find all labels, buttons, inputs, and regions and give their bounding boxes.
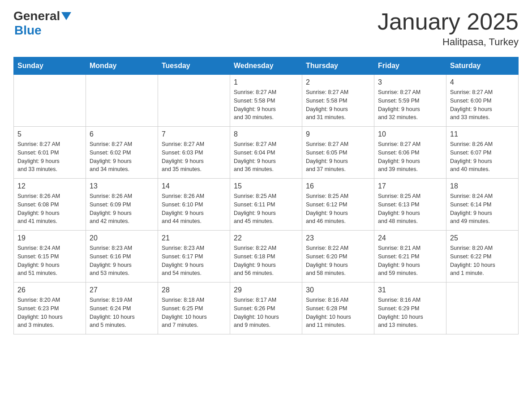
calendar-cell: 10Sunrise: 8:27 AMSunset: 6:06 PMDayligh… <box>374 127 446 179</box>
day-info: Sunrise: 8:20 AMSunset: 6:22 PMDaylight:… <box>450 244 515 278</box>
day-number: 4 <box>450 78 515 86</box>
calendar-week-row: 26Sunrise: 8:20 AMSunset: 6:23 PMDayligh… <box>14 283 519 334</box>
day-info: Sunrise: 8:27 AMSunset: 6:05 PMDaylight:… <box>306 140 370 174</box>
calendar-cell: 20Sunrise: 8:23 AMSunset: 6:16 PMDayligh… <box>86 231 158 283</box>
day-info: Sunrise: 8:24 AMSunset: 6:14 PMDaylight:… <box>450 192 515 226</box>
day-info: Sunrise: 8:27 AMSunset: 6:01 PMDaylight:… <box>17 140 82 174</box>
calendar-cell: 24Sunrise: 8:21 AMSunset: 6:21 PMDayligh… <box>374 231 446 283</box>
day-info: Sunrise: 8:23 AMSunset: 6:17 PMDaylight:… <box>162 244 226 278</box>
day-number: 18 <box>450 182 515 190</box>
day-info: Sunrise: 8:26 AMSunset: 6:10 PMDaylight:… <box>162 192 226 226</box>
calendar-cell: 13Sunrise: 8:26 AMSunset: 6:09 PMDayligh… <box>86 179 158 231</box>
day-number: 23 <box>306 234 370 242</box>
logo-general-text: General <box>13 9 60 23</box>
calendar-cell: 12Sunrise: 8:26 AMSunset: 6:08 PMDayligh… <box>14 179 86 231</box>
calendar-header-thursday: Thursday <box>302 57 374 75</box>
calendar-week-row: 12Sunrise: 8:26 AMSunset: 6:08 PMDayligh… <box>14 179 519 231</box>
calendar-cell <box>14 75 86 127</box>
calendar-cell: 21Sunrise: 8:23 AMSunset: 6:17 PMDayligh… <box>158 231 230 283</box>
day-info: Sunrise: 8:26 AMSunset: 6:08 PMDaylight:… <box>17 192 82 226</box>
day-info: Sunrise: 8:22 AMSunset: 6:18 PMDaylight:… <box>234 244 298 278</box>
logo-triangle-icon <box>61 12 71 22</box>
day-info: Sunrise: 8:26 AMSunset: 6:07 PMDaylight:… <box>450 140 515 174</box>
calendar-header-sunday: Sunday <box>14 57 86 75</box>
day-info: Sunrise: 8:20 AMSunset: 6:23 PMDaylight:… <box>17 296 82 330</box>
day-info: Sunrise: 8:25 AMSunset: 6:12 PMDaylight:… <box>306 192 370 226</box>
day-number: 14 <box>162 182 226 190</box>
calendar-subtitle: Halitpasa, Turkey <box>378 36 519 48</box>
calendar-cell: 22Sunrise: 8:22 AMSunset: 6:18 PMDayligh… <box>230 231 302 283</box>
day-number: 15 <box>234 182 298 190</box>
day-number: 22 <box>234 234 298 242</box>
calendar-week-row: 19Sunrise: 8:24 AMSunset: 6:15 PMDayligh… <box>14 231 519 283</box>
logo: General Blue <box>13 9 71 38</box>
day-info: Sunrise: 8:25 AMSunset: 6:13 PMDaylight:… <box>378 192 442 226</box>
day-number: 27 <box>90 286 154 294</box>
day-number: 1 <box>234 78 298 86</box>
calendar-cell: 14Sunrise: 8:26 AMSunset: 6:10 PMDayligh… <box>158 179 230 231</box>
calendar-cell: 19Sunrise: 8:24 AMSunset: 6:15 PMDayligh… <box>14 231 86 283</box>
calendar-cell <box>86 75 158 127</box>
day-info: Sunrise: 8:27 AMSunset: 6:02 PMDaylight:… <box>90 140 154 174</box>
calendar-cell: 7Sunrise: 8:27 AMSunset: 6:03 PMDaylight… <box>158 127 230 179</box>
day-info: Sunrise: 8:27 AMSunset: 5:59 PMDaylight:… <box>378 88 442 122</box>
day-info: Sunrise: 8:18 AMSunset: 6:25 PMDaylight:… <box>162 296 226 330</box>
calendar-cell: 28Sunrise: 8:18 AMSunset: 6:25 PMDayligh… <box>158 283 230 334</box>
day-number: 29 <box>234 286 298 294</box>
calendar-cell <box>158 75 230 127</box>
calendar-cell: 23Sunrise: 8:22 AMSunset: 6:20 PMDayligh… <box>302 231 374 283</box>
calendar-cell <box>446 283 519 334</box>
day-info: Sunrise: 8:27 AMSunset: 6:03 PMDaylight:… <box>162 140 226 174</box>
day-number: 28 <box>162 286 226 294</box>
day-number: 10 <box>378 130 442 138</box>
day-info: Sunrise: 8:26 AMSunset: 6:09 PMDaylight:… <box>90 192 154 226</box>
calendar-header-wednesday: Wednesday <box>230 57 302 75</box>
calendar-cell: 16Sunrise: 8:25 AMSunset: 6:12 PMDayligh… <box>302 179 374 231</box>
calendar-cell: 2Sunrise: 8:27 AMSunset: 5:58 PMDaylight… <box>302 75 374 127</box>
header: General Blue January 2025 Halitpasa, Tur… <box>13 9 519 48</box>
day-number: 21 <box>162 234 226 242</box>
day-info: Sunrise: 8:16 AMSunset: 6:29 PMDaylight:… <box>378 296 442 330</box>
calendar-cell: 26Sunrise: 8:20 AMSunset: 6:23 PMDayligh… <box>14 283 86 334</box>
day-number: 5 <box>17 130 82 138</box>
day-info: Sunrise: 8:21 AMSunset: 6:21 PMDaylight:… <box>378 244 442 278</box>
day-number: 13 <box>90 182 154 190</box>
calendar-cell: 17Sunrise: 8:25 AMSunset: 6:13 PMDayligh… <box>374 179 446 231</box>
calendar-title: January 2025 <box>378 9 519 34</box>
calendar-week-row: 5Sunrise: 8:27 AMSunset: 6:01 PMDaylight… <box>14 127 519 179</box>
calendar-header-saturday: Saturday <box>446 57 519 75</box>
calendar-cell: 29Sunrise: 8:17 AMSunset: 6:26 PMDayligh… <box>230 283 302 334</box>
day-number: 26 <box>17 286 82 294</box>
day-number: 6 <box>90 130 154 138</box>
calendar-cell: 9Sunrise: 8:27 AMSunset: 6:05 PMDaylight… <box>302 127 374 179</box>
calendar-cell: 25Sunrise: 8:20 AMSunset: 6:22 PMDayligh… <box>446 231 519 283</box>
day-number: 24 <box>378 234 442 242</box>
calendar-header-tuesday: Tuesday <box>158 57 230 75</box>
day-number: 11 <box>450 130 515 138</box>
calendar-cell: 3Sunrise: 8:27 AMSunset: 5:59 PMDaylight… <box>374 75 446 127</box>
day-number: 9 <box>306 130 370 138</box>
day-number: 2 <box>306 78 370 86</box>
calendar-cell: 8Sunrise: 8:27 AMSunset: 6:04 PMDaylight… <box>230 127 302 179</box>
day-number: 17 <box>378 182 442 190</box>
calendar-cell: 27Sunrise: 8:19 AMSunset: 6:24 PMDayligh… <box>86 283 158 334</box>
calendar-cell: 1Sunrise: 8:27 AMSunset: 5:58 PMDaylight… <box>230 75 302 127</box>
calendar-cell: 11Sunrise: 8:26 AMSunset: 6:07 PMDayligh… <box>446 127 519 179</box>
day-info: Sunrise: 8:23 AMSunset: 6:16 PMDaylight:… <box>90 244 154 278</box>
day-info: Sunrise: 8:27 AMSunset: 6:04 PMDaylight:… <box>234 140 298 174</box>
calendar-table: SundayMondayTuesdayWednesdayThursdayFrid… <box>13 57 519 334</box>
svg-marker-0 <box>61 12 71 20</box>
day-number: 25 <box>450 234 515 242</box>
day-number: 31 <box>378 286 442 294</box>
calendar-cell: 18Sunrise: 8:24 AMSunset: 6:14 PMDayligh… <box>446 179 519 231</box>
day-info: Sunrise: 8:22 AMSunset: 6:20 PMDaylight:… <box>306 244 370 278</box>
calendar-cell: 15Sunrise: 8:25 AMSunset: 6:11 PMDayligh… <box>230 179 302 231</box>
day-number: 12 <box>17 182 82 190</box>
day-info: Sunrise: 8:24 AMSunset: 6:15 PMDaylight:… <box>17 244 82 278</box>
calendar-header-friday: Friday <box>374 57 446 75</box>
day-info: Sunrise: 8:17 AMSunset: 6:26 PMDaylight:… <box>234 296 298 330</box>
day-number: 19 <box>17 234 82 242</box>
day-info: Sunrise: 8:16 AMSunset: 6:28 PMDaylight:… <box>306 296 370 330</box>
day-number: 30 <box>306 286 370 294</box>
day-info: Sunrise: 8:25 AMSunset: 6:11 PMDaylight:… <box>234 192 298 226</box>
